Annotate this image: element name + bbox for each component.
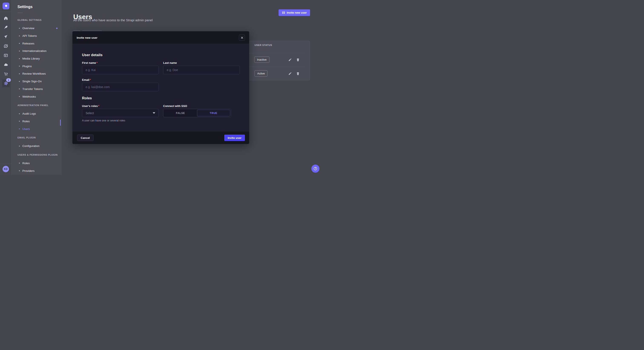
sidebar-nav: GLOBAL SETTINGS Overview API Tokens Rele… (12, 16, 61, 175)
sidebar-item-overview[interactable]: Overview (12, 24, 61, 32)
section-email-plugin: EMAIL PLUGIN (12, 134, 61, 141)
sidebar-item-transfer-tokens[interactable]: Transfer Tokens (12, 85, 61, 93)
bullet-icon (19, 51, 20, 51)
bullet-icon (19, 146, 20, 147)
strapi-logo[interactable] (2, 2, 9, 9)
modal-footer: Cancel Invite user (72, 131, 249, 144)
cancel-button[interactable]: Cancel (77, 135, 94, 141)
media-library-icon[interactable] (4, 44, 8, 48)
cloud-icon[interactable] (4, 62, 8, 67)
question-circle-icon (313, 167, 318, 171)
bullet-icon (19, 43, 20, 44)
sidebar-item-webhooks[interactable]: Webhooks (12, 93, 61, 100)
notification-dot-icon (56, 28, 58, 29)
bullet-icon (19, 81, 20, 82)
invite-user-submit-button[interactable]: Invite user (224, 135, 245, 141)
email-input[interactable] (82, 83, 159, 91)
sidebar-item-audit-logs[interactable]: Audit Logs (12, 110, 61, 118)
sidebar-scrollbar-thumb[interactable] (60, 120, 61, 126)
bullet-icon (19, 88, 20, 89)
sidebar-title: Settings (18, 5, 32, 9)
invite-user-modal: Invite new user User details First name … (72, 31, 249, 144)
section-users-permissions-plugin: USERS & PERMISSIONS PLUGIN (12, 151, 61, 159)
modal-title: Invite new user (77, 31, 98, 44)
user-avatar[interactable]: KD (2, 166, 9, 172)
first-name-input[interactable] (82, 66, 159, 74)
sso-true-option[interactable]: TRUE (197, 110, 230, 116)
status-badge-active: Active (254, 70, 268, 77)
first-name-label: First name (82, 61, 98, 64)
sidebar-item-media-library[interactable]: Media Library (12, 55, 61, 62)
layout-icon[interactable] (4, 53, 8, 58)
chevron-down-icon (153, 112, 155, 114)
bullet-icon (19, 113, 20, 114)
bullet-icon (19, 96, 20, 97)
invite-new-user-button[interactable]: Invite new user (278, 9, 310, 16)
paper-plane-icon[interactable] (4, 34, 8, 39)
bullet-icon (19, 35, 20, 36)
bullet-icon (19, 121, 20, 122)
sidebar-item-single-sign-on[interactable]: Single Sign-On (12, 78, 61, 85)
bullet-icon (19, 28, 20, 29)
edit-pencil-icon[interactable] (288, 72, 292, 75)
sidebar-item-configuration[interactable]: Configuration (12, 142, 61, 150)
sidebar-title-underline (18, 13, 22, 13)
column-header-user-status: USER STATUS (254, 44, 272, 46)
section-administration-panel: ADMINISTRATION PANEL (12, 102, 61, 109)
delete-trash-icon[interactable] (296, 72, 300, 75)
page-subtitle: All the users who have access to the Str… (73, 18, 153, 22)
user-details-heading: User details (82, 53, 102, 57)
rail-bottom-divider (0, 164, 12, 164)
status-badge-inactive: Inactive (254, 57, 270, 63)
last-name-label: Last name (163, 61, 177, 64)
bullet-icon (19, 66, 20, 67)
help-button[interactable] (311, 165, 320, 173)
settings-sidebar: Settings GLOBAL SETTINGS Overview API To… (12, 0, 61, 175)
users-roles-label: User's roles (82, 104, 99, 108)
bullet-icon (19, 58, 20, 59)
sso-false-option[interactable]: FALSE (164, 110, 197, 116)
close-icon (241, 37, 243, 39)
modal-header: Invite new user (72, 31, 249, 44)
roles-heading: Roles (82, 96, 92, 100)
envelope-icon (282, 11, 285, 14)
roles-helper-text: A user can have one or several roles (82, 119, 125, 122)
sidebar-item-releases[interactable]: Releases (12, 39, 61, 47)
bullet-icon (19, 163, 20, 164)
sidebar-item-review-workflows[interactable]: Review Workflows (12, 70, 61, 78)
bullet-icon (19, 73, 20, 74)
roles-select[interactable]: Select (82, 109, 159, 117)
icon-rail: 1 KD (0, 0, 12, 175)
sidebar-item-users[interactable]: Users (12, 125, 61, 133)
sso-toggle: FALSE TRUE (163, 109, 231, 117)
sidebar-item-plugins[interactable]: Plugins (12, 62, 61, 70)
last-name-input[interactable] (163, 66, 240, 74)
strapi-admin: 1 KD Settings GLOBAL SETTINGS Overview A… (0, 0, 322, 175)
rail-divider (0, 12, 12, 12)
settings-notification-badge: 1 (6, 78, 11, 82)
bullet-icon (19, 170, 20, 171)
section-global-settings: GLOBAL SETTINGS (12, 16, 61, 24)
home-icon[interactable] (4, 16, 8, 20)
sidebar-item-providers[interactable]: Providers (12, 167, 61, 175)
sidebar-item-up-roles[interactable]: Roles (12, 160, 61, 167)
marketplace-cart-icon[interactable] (4, 72, 8, 76)
sidebar-item-api-tokens[interactable]: API Tokens (12, 32, 61, 40)
feather-icon[interactable] (4, 25, 8, 29)
email-label: Email (82, 78, 91, 81)
connect-sso-label: Connect with SSO (163, 104, 187, 108)
edit-pencil-icon[interactable] (288, 58, 292, 61)
delete-trash-icon[interactable] (296, 58, 300, 61)
modal-close-button[interactable] (239, 35, 245, 41)
strapi-logo-icon (4, 4, 8, 8)
sidebar-item-internationalization[interactable]: Internationalization (12, 47, 61, 55)
bullet-icon (19, 128, 20, 129)
sidebar-item-admin-roles[interactable]: Roles (12, 118, 61, 125)
